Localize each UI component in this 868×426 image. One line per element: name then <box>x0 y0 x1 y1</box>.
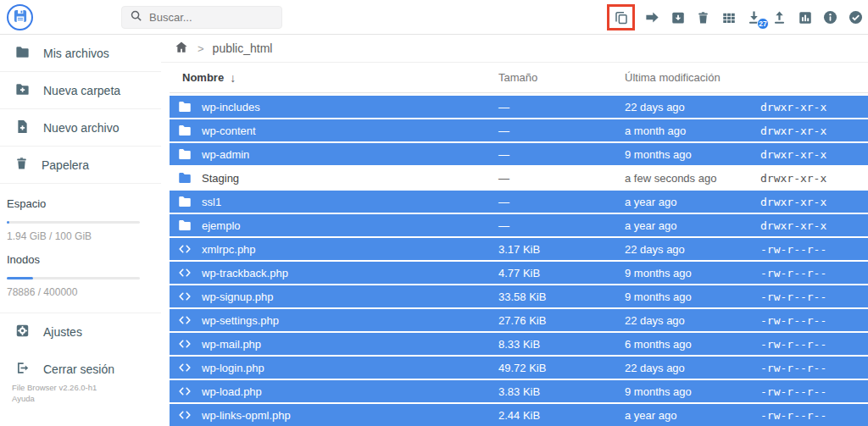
sidebar-item-label: Nuevo archivo <box>43 121 120 135</box>
file-permissions: -rw-r--r-- <box>760 362 868 374</box>
file-name-cell: wp-content <box>170 122 498 139</box>
archive-icon <box>670 10 686 25</box>
download-button[interactable]: 27 <box>746 9 762 25</box>
file-size: — <box>498 219 625 232</box>
upload-icon <box>771 9 787 25</box>
move-button[interactable] <box>644 9 660 25</box>
file-name: wp-signup.php <box>202 290 274 303</box>
code-file-icon <box>176 383 193 400</box>
file-permissions: drwxr-xr-x <box>760 196 868 208</box>
file-table-body: wp-includes — 22 days ago drwxr-xr-x wp-… <box>161 96 868 426</box>
file-name-cell: xmlrpc.php <box>170 241 498 257</box>
folder-icon <box>176 122 193 139</box>
file-modified: 22 days ago <box>625 362 760 374</box>
space-usage-bar <box>7 221 140 224</box>
table-row[interactable]: wp-load.php 3.83 KiB 9 months ago -rw-r-… <box>170 380 868 402</box>
table-row[interactable]: wp-admin — 9 months ago drwxr-xr-x <box>170 143 868 165</box>
inodes-usage-value: 78886 / 400000 <box>7 286 140 298</box>
table-row[interactable]: wp-signup.php 33.58 KiB 9 months ago -rw… <box>170 285 868 307</box>
table-row[interactable]: wp-login.php 49.72 KiB 22 days ago -rw-r… <box>170 357 868 379</box>
file-name: xmlrpc.php <box>202 243 256 256</box>
info-button[interactable] <box>822 9 838 25</box>
file-permissions: -rw-r--r-- <box>760 314 868 327</box>
grid-view-icon <box>721 10 737 25</box>
file-permissions: -rw-r--r-- <box>760 267 868 279</box>
table-row[interactable]: ssl1 — a year ago drwxr-xr-x <box>170 191 868 213</box>
file-modified: 22 days ago <box>625 314 760 327</box>
file-size: — <box>498 148 625 161</box>
new-folder-icon <box>14 81 31 100</box>
trash-icon <box>696 10 710 25</box>
column-header-modified[interactable]: Última modificación <box>625 71 760 84</box>
file-name: wp-trackback.php <box>202 267 288 279</box>
file-name-cell: wp-settings.php <box>170 312 498 329</box>
column-header-size[interactable]: Tamaño <box>498 71 625 84</box>
sidebar-item-new-folder[interactable]: Nueva carpeta <box>0 72 161 109</box>
home-icon[interactable] <box>174 40 189 58</box>
copy-button[interactable] <box>613 9 629 25</box>
sidebar-item-settings[interactable]: Ajustes <box>0 313 161 351</box>
archive-button[interactable] <box>670 9 686 25</box>
table-row[interactable]: ejemplo — a year ago drwxr-xr-x <box>170 214 868 236</box>
file-size: — <box>498 196 625 208</box>
table-row[interactable]: wp-settings.php 27.76 KiB 22 days ago -r… <box>170 309 868 331</box>
delete-button[interactable] <box>695 9 711 25</box>
grid-view-button[interactable] <box>721 9 737 25</box>
file-name: wp-links-opml.php <box>202 409 291 422</box>
file-name-cell: wp-admin <box>170 146 498 163</box>
trash-icon <box>14 156 29 174</box>
help-link[interactable]: Ayuda <box>12 394 35 403</box>
copy-icon <box>614 10 629 25</box>
file-modified: 6 months ago <box>625 338 760 351</box>
table-row[interactable]: wp-mail.php 8.33 KiB 6 months ago -rw-r-… <box>170 333 868 355</box>
file-name-cell: wp-includes <box>170 98 498 115</box>
sidebar-item-trash[interactable]: Papelera <box>0 147 161 184</box>
file-permissions: drwxr-xr-x <box>760 148 868 161</box>
file-name: wp-content <box>202 124 256 137</box>
sidebar-actions: Ajustes Cerrar sesión <box>0 313 161 388</box>
stats-button[interactable] <box>797 9 813 25</box>
sidebar: Mis archivos Nueva carpeta Nuevo archivo <box>0 35 161 426</box>
top-bar: 27 <box>0 0 868 35</box>
file-modified: 9 months ago <box>625 290 760 303</box>
search-input[interactable] <box>149 11 298 24</box>
file-permissions: -rw-r--r-- <box>760 290 868 303</box>
column-header-name[interactable]: Nombre ↓ <box>170 71 498 85</box>
file-size: — <box>498 124 625 137</box>
sidebar-item-label: Mis archivos <box>43 47 109 60</box>
breadcrumb-path[interactable]: public_html <box>213 41 273 55</box>
download-count-badge: 27 <box>757 18 769 30</box>
table-row[interactable]: wp-trackback.php 4.77 KiB 9 months ago -… <box>170 262 868 284</box>
search-box[interactable] <box>121 6 282 29</box>
code-file-icon <box>176 407 193 423</box>
table-row[interactable]: wp-links-opml.php 2.44 KiB a year ago -r… <box>170 404 868 426</box>
file-modified: a month ago <box>625 124 760 137</box>
inodes-usage-label: Inodos <box>7 253 140 266</box>
file-name-cell: ssl1 <box>170 193 498 210</box>
file-size: 8.33 KiB <box>498 338 625 351</box>
check-circle-icon <box>848 9 864 25</box>
chevron-right-icon: > <box>198 42 204 55</box>
table-row[interactable]: wp-content — a month ago drwxr-xr-x <box>170 119 868 141</box>
space-usage-label: Espacio <box>7 197 140 210</box>
folder-icon <box>176 146 193 163</box>
sidebar-item-my-files[interactable]: Mis archivos <box>0 35 161 72</box>
file-name: ssl1 <box>202 196 221 208</box>
app-logo[interactable] <box>7 4 33 30</box>
folder-icon <box>176 98 193 115</box>
table-row[interactable]: Staging — a few seconds ago drwxr-xr-x <box>170 167 868 189</box>
file-name-cell: wp-login.php <box>170 359 498 376</box>
file-permissions: -rw-r--r-- <box>760 243 868 256</box>
inodes-usage-bar <box>7 277 140 279</box>
file-name-cell: ejemplo <box>170 217 498 234</box>
code-file-icon <box>176 288 193 305</box>
sidebar-item-new-file[interactable]: Nuevo archivo <box>0 109 161 147</box>
upload-button[interactable] <box>771 9 787 25</box>
table-row[interactable]: xmlrpc.php 3.17 KiB 22 days ago -rw-r--r… <box>170 238 868 260</box>
table-header: Nombre ↓ Tamaño Última modificación <box>170 63 868 93</box>
file-name: ejemplo <box>202 219 241 232</box>
table-row[interactable]: wp-includes — 22 days ago drwxr-xr-x <box>170 96 868 118</box>
select-all-button[interactable] <box>848 9 864 25</box>
folder-icon <box>176 169 193 186</box>
file-name-cell: wp-load.php <box>170 383 498 400</box>
